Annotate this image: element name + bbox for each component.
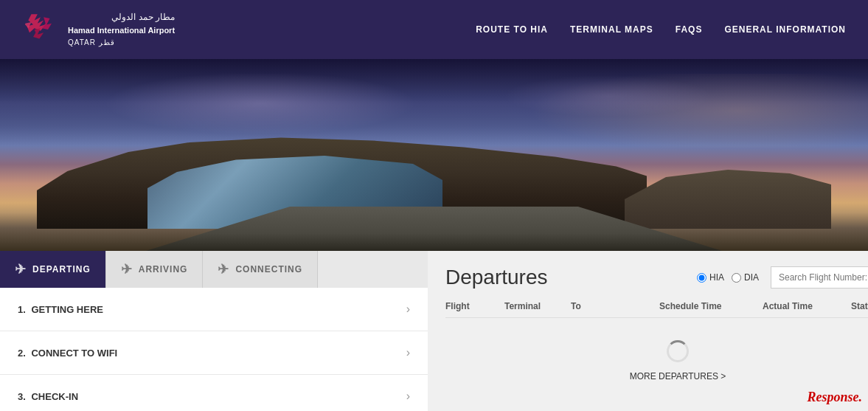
logo-text: مطار حمد الدولي Hamad International Airp… <box>68 10 175 49</box>
col-header-actual: Actual Time <box>763 301 851 311</box>
flight-search-box: 🔍 <box>771 266 868 289</box>
menu-item-check-in[interactable]: 3. CHECK-IN › <box>0 375 428 411</box>
menu-item-connect-wifi-label: 2. CONNECT TO WIFI <box>18 348 117 359</box>
departures-title: Departures <box>445 266 548 289</box>
radio-hia-text: HIA <box>709 272 724 283</box>
nav-terminal-maps[interactable]: TERMINAL MAPS <box>570 24 653 35</box>
departing-plane-icon: ✈ <box>15 261 27 277</box>
tab-connecting[interactable]: ✈ CONNECTING <box>203 251 318 288</box>
menu-item-getting-here-label: 1. GETTING HERE <box>18 304 103 315</box>
tab-departing-label: DEPARTING <box>32 264 91 274</box>
col-header-flight: Flight <box>445 301 504 311</box>
radio-dia-label[interactable]: DIA <box>732 272 759 283</box>
radio-dia[interactable] <box>732 273 741 283</box>
logo-qatar: QATAR قطر <box>68 37 175 49</box>
menu-item-getting-here-text: GETTING HERE <box>31 304 103 315</box>
menu-item-check-in-label: 3. CHECK-IN <box>18 391 78 402</box>
arriving-plane-icon: ✈ <box>121 261 133 277</box>
flight-tabs: ✈ DEPARTING ✈ ARRIVING ✈ CONNECTING <box>0 251 428 288</box>
search-input[interactable] <box>771 268 868 287</box>
connect-wifi-arrow-icon: › <box>406 346 410 359</box>
radio-hia-label[interactable]: HIA <box>697 272 724 283</box>
logo-arabic: مطار حمد الدولي <box>68 10 175 24</box>
right-panel: Departures HIA DIA 🔍 Flight <box>428 251 868 411</box>
getting-here-arrow-icon: › <box>406 303 410 316</box>
cloud-overlay <box>0 74 868 148</box>
logo-area: مطار حمد الدولي Hamad International Airp… <box>22 10 175 49</box>
menu-item-getting-here[interactable]: 1. GETTING HERE › <box>0 288 428 331</box>
radio-dia-text: DIA <box>744 272 759 283</box>
building-right <box>625 155 831 229</box>
more-departures-link[interactable]: MORE DEPARTURES > <box>630 371 726 381</box>
hero-image <box>0 59 868 251</box>
svg-marker-3 <box>42 17 52 30</box>
menu-items: 1. GETTING HERE › 2. CONNECT TO WIFI › 3… <box>0 288 428 411</box>
tab-departing[interactable]: ✈ DEPARTING <box>0 251 106 288</box>
col-header-terminal: Terminal <box>504 301 571 311</box>
menu-item-connect-wifi-num: 2. <box>18 348 26 359</box>
loading-area: MORE DEPARTURES > <box>445 325 868 396</box>
response-watermark: Response. <box>807 390 862 405</box>
airport-radio-group: HIA DIA <box>697 272 759 283</box>
oryx-logo-icon <box>22 11 59 48</box>
loading-spinner <box>667 340 689 362</box>
col-header-scheduled: Schedule Time <box>659 301 763 311</box>
logo-english: Hamad International Airport <box>68 24 175 38</box>
tab-arriving[interactable]: ✈ ARRIVING <box>106 251 204 288</box>
col-header-to: To <box>571 301 659 311</box>
menu-item-getting-here-num: 1. <box>18 304 26 315</box>
nav-faqs[interactable]: FAQS <box>676 24 703 35</box>
col-header-status: Status <box>851 301 868 311</box>
nav-route-to-hia[interactable]: ROUTE TO HIA <box>476 24 548 35</box>
left-panel: ✈ DEPARTING ✈ ARRIVING ✈ CONNECTING 1. G… <box>0 251 428 411</box>
tab-arriving-label: ARRIVING <box>139 264 188 274</box>
departures-header: Departures HIA DIA 🔍 <box>445 266 868 289</box>
check-in-arrow-icon: › <box>406 390 410 403</box>
connecting-plane-icon: ✈ <box>218 261 229 277</box>
menu-item-check-in-num: 3. <box>18 391 26 402</box>
radio-hia[interactable] <box>697 273 706 283</box>
menu-item-connect-wifi[interactable]: 2. CONNECT TO WIFI › <box>0 331 428 375</box>
departures-table-header: Flight Terminal To Schedule Time Actual … <box>445 301 868 318</box>
nav-general-information[interactable]: GENERAL INFORMATION <box>724 24 846 35</box>
main-nav: ROUTE TO HIA TERMINAL MAPS FAQS GENERAL … <box>476 24 846 35</box>
bottom-section: ✈ DEPARTING ✈ ARRIVING ✈ CONNECTING 1. G… <box>0 251 868 411</box>
svg-marker-1 <box>33 28 44 38</box>
tab-connecting-label: CONNECTING <box>235 264 302 274</box>
header: مطار حمد الدولي Hamad International Airp… <box>0 0 868 59</box>
menu-item-check-in-text: CHECK-IN <box>31 391 78 402</box>
menu-item-connect-wifi-text: CONNECT TO WIFI <box>31 348 117 359</box>
